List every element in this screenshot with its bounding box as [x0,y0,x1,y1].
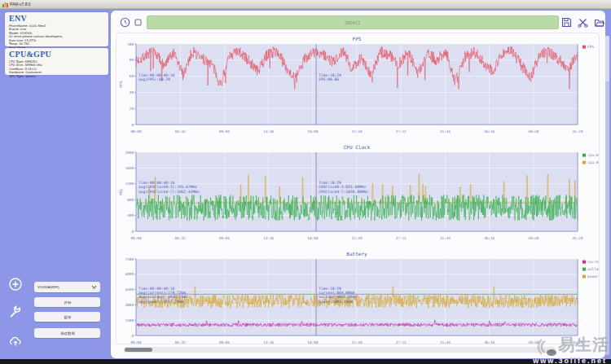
titlebar: PAM-v7.8.0 [0,0,611,9]
svg-text:6000: 6000 [125,272,134,276]
svg-text:13:36: 13:36 [263,340,274,344]
env-title: ENV [9,14,104,23]
cpu-clock-chart[interactable]: 040080012001600200000:0004:3209:0413:361… [116,142,599,248]
svg-text:0: 0 [131,123,134,127]
chart-svg: 040080012001600200000:0004:3209:0413:361… [116,142,599,245]
timer-icon[interactable] [120,17,130,28]
cpugpu-panel: CPU&GPU CPU Type: SM8250CPU Arch: ARM64-… [5,48,108,75]
svg-text:3000: 3000 [125,303,134,307]
content-panel: label1 02040608010000:0004:3209:0413:361… [111,11,605,358]
svg-text:2000: 2000 [125,151,134,155]
chevron-down-icon [91,285,97,289]
svg-text:36:16: 36:16 [484,236,495,240]
app-window: PAM-v7.8.0 ENV PhoneName: iQOO Neo3Brand… [0,0,611,364]
svg-text:400: 400 [127,213,134,217]
svg-text:FPS: FPS [119,81,123,88]
svg-text:09:04: 09:04 [219,340,230,344]
svg-text:45:20: 45:20 [573,340,583,344]
svg-text:31:44: 31:44 [440,129,451,134]
app-icon [2,2,8,7]
window-title: PAM-v7.8.0 [10,2,31,7]
device-select[interactable]: V2020A(WIFI) [34,282,100,292]
svg-text:Time:00:00:40:16: Time:00:00:40:16 [138,287,174,291]
svg-text:avg(CPUClock4-7):1062.43MHz: avg(CPUClock4-7):1062.43MHz [138,190,200,194]
svg-text:27:12: 27:12 [396,129,407,134]
svg-text:power: power [587,274,599,278]
svg-text:avg(power):3151.78mW: avg(power):3151.78mW [138,300,184,304]
svg-text:avg(CPUClock0-3):765.47MHz: avg(CPUClock0-3):765.47MHz [138,185,197,189]
svg-text:voltage: voltage [587,267,599,271]
svg-text:1200: 1200 [125,182,134,186]
device-select-value: V2020A(WIFI) [37,285,59,288]
info-line: GPU Type: adreno [9,74,104,78]
svg-text:CPUClock4-7:1036.80MHz: CPUClock4-7:1036.80MHz [319,190,368,194]
env-panel: ENV PhoneName: iQOO Neo3Brand: vivoModel… [5,12,108,46]
save-icon[interactable] [561,17,572,28]
start-button[interactable]: 开始 [34,297,100,307]
svg-text:40:48: 40:48 [528,129,538,134]
svg-text:current:864.00mA: current:864.00mA [319,291,354,295]
svg-text:1500: 1500 [125,318,134,322]
svg-text:18:08: 18:08 [307,340,318,344]
svg-text:60: 60 [130,74,134,78]
wrench-icon[interactable] [8,305,23,319]
svg-text:current: current [587,260,599,264]
start-button-label: 开始 [64,300,71,305]
save-data-button[interactable]: 保存数据 [34,328,100,338]
svg-text:Time:00:00:40:16: Time:00:00:40:16 [138,73,174,77]
pause-button[interactable]: 暂停 [34,312,100,322]
svg-text:20: 20 [130,107,134,111]
svg-text:voltage:4043.00mV: voltage:4043.00mV [319,295,357,299]
svg-text:0: 0 [131,230,134,234]
svg-text:0: 0 [131,334,134,338]
svg-text:00:00: 00:00 [131,340,142,344]
svg-text:27:12: 27:12 [396,236,407,240]
svg-text:FPS:90.86: FPS:90.86 [319,77,339,81]
svg-text:7500: 7500 [125,257,134,261]
svg-text:avg(current):779.72mA: avg(current):779.72mA [138,291,186,295]
svg-text:Time:00:00:40:16: Time:00:00:40:16 [138,181,174,185]
add-icon[interactable] [8,277,23,292]
charts-panel: 02040608010000:0004:3209:0413:3618:0822:… [116,33,600,344]
fps-chart[interactable]: 02040608010000:0004:3209:0413:3618:0822:… [116,33,599,142]
pause-button-label: 暂停 [64,314,71,319]
svg-text:04:32: 04:32 [175,129,186,134]
device-icon[interactable] [134,19,142,26]
scissors-icon[interactable] [578,17,588,28]
svg-text:09:04: 09:04 [219,129,230,134]
svg-text:31:44: 31:44 [440,340,451,344]
cpugpu-title: CPU&GPU [9,50,104,59]
battery-chart[interactable]: 01500300045006000750000:0004:3209:0413:3… [116,248,599,344]
svg-text:04:32: 04:32 [175,340,186,344]
svg-text:45:20: 45:20 [573,236,583,240]
svg-text:1600: 1600 [125,166,134,170]
svg-text:18:08: 18:08 [307,129,318,134]
vertical-scrollbar-thumb[interactable] [605,36,609,81]
svg-text:22:40: 22:40 [352,340,363,344]
label-input[interactable]: label1 [147,15,559,29]
svg-text:40: 40 [130,90,134,94]
horizontal-scrollbar-thumb[interactable] [125,348,152,352]
chart-svg: 02040608010000:0004:3209:0413:3618:0822:… [116,33,599,138]
svg-text:cpu:4-7: cpu:4-7 [587,160,599,164]
chart-svg: 01500300045006000750000:0004:3209:0413:3… [116,248,599,344]
svg-text:FPS: FPS [353,36,362,42]
save-data-button-label: 保存数据 [60,331,75,335]
svg-text:18:08: 18:08 [307,236,318,240]
bottom-strip [0,359,611,364]
svg-text:22:40: 22:40 [352,129,363,134]
svg-text:36:16: 36:16 [484,129,495,134]
vertical-scrollbar[interactable] [605,36,609,355]
svg-text:80: 80 [130,58,134,62]
svg-text:Battery: Battery [346,251,367,257]
horizontal-scrollbar[interactable] [124,347,556,353]
cloud-upload-icon[interactable] [8,334,23,349]
svg-text:40:48: 40:48 [528,236,538,240]
svg-text:40:48: 40:48 [528,340,538,344]
svg-text:04:32: 04:32 [175,236,186,240]
svg-text:Time:18:29: Time:18:29 [319,287,341,291]
svg-text:avg(voltage):4042.55mV: avg(voltage):4042.55mV [138,295,188,299]
svg-text:27:12: 27:12 [396,340,407,344]
folder-icon[interactable] [594,17,604,28]
svg-text:CPUClock0-3:825.60MHz: CPUClock0-3:825.60MHz [319,185,366,189]
